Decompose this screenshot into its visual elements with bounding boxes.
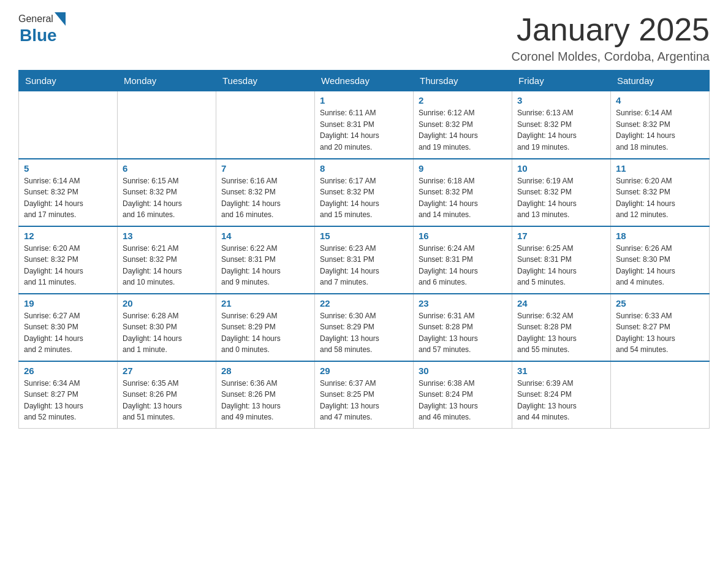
calendar-week-row: 5Sunrise: 6:14 AM Sunset: 8:32 PM Daylig… xyxy=(19,159,710,226)
day-info: Sunrise: 6:23 AM Sunset: 8:31 PM Dayligh… xyxy=(320,243,408,288)
day-number: 5 xyxy=(24,163,112,174)
day-number: 22 xyxy=(320,298,408,308)
day-info: Sunrise: 6:25 AM Sunset: 8:31 PM Dayligh… xyxy=(517,243,605,288)
weekday-header-wednesday: Wednesday xyxy=(315,71,414,91)
calendar-cell: 13Sunrise: 6:21 AM Sunset: 8:32 PM Dayli… xyxy=(118,226,216,294)
day-number: 7 xyxy=(221,163,309,174)
day-number: 18 xyxy=(616,231,704,241)
day-info: Sunrise: 6:39 AM Sunset: 8:24 PM Dayligh… xyxy=(517,378,605,423)
day-info: Sunrise: 6:16 AM Sunset: 8:32 PM Dayligh… xyxy=(221,175,309,221)
day-number: 19 xyxy=(24,298,112,308)
day-number: 17 xyxy=(517,231,605,241)
day-number: 13 xyxy=(123,231,211,241)
calendar-cell: 7Sunrise: 6:16 AM Sunset: 8:32 PM Daylig… xyxy=(216,159,315,226)
day-number: 8 xyxy=(320,163,408,174)
calendar-cell xyxy=(611,361,710,429)
day-number: 30 xyxy=(419,366,507,376)
calendar-cell: 22Sunrise: 6:30 AM Sunset: 8:29 PM Dayli… xyxy=(315,294,414,361)
calendar-cell: 30Sunrise: 6:38 AM Sunset: 8:24 PM Dayli… xyxy=(414,361,512,429)
page-header: General Blue January 2025 Coronel Moldes… xyxy=(18,12,710,64)
day-number: 3 xyxy=(517,95,605,105)
day-number: 21 xyxy=(221,298,309,308)
day-info: Sunrise: 6:36 AM Sunset: 8:26 PM Dayligh… xyxy=(221,378,309,423)
logo: General Blue xyxy=(18,12,66,45)
day-info: Sunrise: 6:28 AM Sunset: 8:30 PM Dayligh… xyxy=(123,310,211,356)
calendar-cell: 18Sunrise: 6:26 AM Sunset: 8:30 PM Dayli… xyxy=(611,226,710,294)
calendar-cell xyxy=(216,91,315,159)
day-number: 31 xyxy=(517,366,605,376)
svg-marker-0 xyxy=(55,12,66,26)
weekday-header-row: SundayMondayTuesdayWednesdayThursdayFrid… xyxy=(19,71,710,91)
day-info: Sunrise: 6:14 AM Sunset: 8:32 PM Dayligh… xyxy=(616,107,704,153)
day-number: 28 xyxy=(221,366,309,376)
month-title: January 2025 xyxy=(511,12,710,47)
day-number: 20 xyxy=(123,298,211,308)
day-number: 12 xyxy=(24,231,112,241)
day-info: Sunrise: 6:37 AM Sunset: 8:25 PM Dayligh… xyxy=(320,378,408,423)
weekday-header-monday: Monday xyxy=(118,71,216,91)
calendar-cell: 27Sunrise: 6:35 AM Sunset: 8:26 PM Dayli… xyxy=(118,361,216,429)
calendar-table: SundayMondayTuesdayWednesdayThursdayFrid… xyxy=(18,70,710,429)
calendar-cell: 28Sunrise: 6:36 AM Sunset: 8:26 PM Dayli… xyxy=(216,361,315,429)
day-info: Sunrise: 6:24 AM Sunset: 8:31 PM Dayligh… xyxy=(419,243,507,288)
calendar-week-row: 26Sunrise: 6:34 AM Sunset: 8:27 PM Dayli… xyxy=(19,361,710,429)
calendar-cell: 21Sunrise: 6:29 AM Sunset: 8:29 PM Dayli… xyxy=(216,294,315,361)
calendar-cell xyxy=(19,91,118,159)
day-info: Sunrise: 6:14 AM Sunset: 8:32 PM Dayligh… xyxy=(24,175,112,221)
calendar-cell: 29Sunrise: 6:37 AM Sunset: 8:25 PM Dayli… xyxy=(315,361,414,429)
calendar-cell: 11Sunrise: 6:20 AM Sunset: 8:32 PM Dayli… xyxy=(611,159,710,226)
day-info: Sunrise: 6:32 AM Sunset: 8:28 PM Dayligh… xyxy=(517,310,605,356)
day-number: 23 xyxy=(419,298,507,308)
day-info: Sunrise: 6:26 AM Sunset: 8:30 PM Dayligh… xyxy=(616,243,704,288)
calendar-cell: 14Sunrise: 6:22 AM Sunset: 8:31 PM Dayli… xyxy=(216,226,315,294)
weekday-header-sunday: Sunday xyxy=(19,71,118,91)
calendar-cell: 10Sunrise: 6:19 AM Sunset: 8:32 PM Dayli… xyxy=(512,159,611,226)
day-info: Sunrise: 6:22 AM Sunset: 8:31 PM Dayligh… xyxy=(221,243,309,288)
calendar-cell: 16Sunrise: 6:24 AM Sunset: 8:31 PM Dayli… xyxy=(414,226,512,294)
calendar-week-row: 1Sunrise: 6:11 AM Sunset: 8:31 PM Daylig… xyxy=(19,91,710,159)
day-info: Sunrise: 6:21 AM Sunset: 8:32 PM Dayligh… xyxy=(123,243,211,288)
day-info: Sunrise: 6:34 AM Sunset: 8:27 PM Dayligh… xyxy=(24,378,112,423)
calendar-cell: 8Sunrise: 6:17 AM Sunset: 8:32 PM Daylig… xyxy=(315,159,414,226)
calendar-cell: 12Sunrise: 6:20 AM Sunset: 8:32 PM Dayli… xyxy=(19,226,118,294)
day-info: Sunrise: 6:18 AM Sunset: 8:32 PM Dayligh… xyxy=(419,175,507,221)
weekday-header-thursday: Thursday xyxy=(414,71,512,91)
day-info: Sunrise: 6:35 AM Sunset: 8:26 PM Dayligh… xyxy=(123,378,211,423)
weekday-header-friday: Friday xyxy=(512,71,611,91)
calendar-cell: 19Sunrise: 6:27 AM Sunset: 8:30 PM Dayli… xyxy=(19,294,118,361)
day-info: Sunrise: 6:38 AM Sunset: 8:24 PM Dayligh… xyxy=(419,378,507,423)
day-info: Sunrise: 6:11 AM Sunset: 8:31 PM Dayligh… xyxy=(320,107,408,153)
logo-arrow-icon xyxy=(55,12,66,26)
day-info: Sunrise: 6:27 AM Sunset: 8:30 PM Dayligh… xyxy=(24,310,112,356)
weekday-header-tuesday: Tuesday xyxy=(216,71,315,91)
calendar-cell xyxy=(118,91,216,159)
day-info: Sunrise: 6:30 AM Sunset: 8:29 PM Dayligh… xyxy=(320,310,408,356)
day-number: 11 xyxy=(616,163,704,174)
calendar-cell: 17Sunrise: 6:25 AM Sunset: 8:31 PM Dayli… xyxy=(512,226,611,294)
day-number: 26 xyxy=(24,366,112,376)
calendar-cell: 23Sunrise: 6:31 AM Sunset: 8:28 PM Dayli… xyxy=(414,294,512,361)
calendar-cell: 9Sunrise: 6:18 AM Sunset: 8:32 PM Daylig… xyxy=(414,159,512,226)
calendar-cell: 6Sunrise: 6:15 AM Sunset: 8:32 PM Daylig… xyxy=(118,159,216,226)
day-number: 25 xyxy=(616,298,704,308)
day-number: 16 xyxy=(419,231,507,241)
day-number: 27 xyxy=(123,366,211,376)
calendar-cell: 2Sunrise: 6:12 AM Sunset: 8:32 PM Daylig… xyxy=(414,91,512,159)
day-info: Sunrise: 6:20 AM Sunset: 8:32 PM Dayligh… xyxy=(616,175,704,221)
logo-general-text: General xyxy=(18,13,53,25)
calendar-cell: 1Sunrise: 6:11 AM Sunset: 8:31 PM Daylig… xyxy=(315,91,414,159)
day-number: 14 xyxy=(221,231,309,241)
day-number: 4 xyxy=(616,95,704,105)
day-number: 10 xyxy=(517,163,605,174)
calendar-week-row: 19Sunrise: 6:27 AM Sunset: 8:30 PM Dayli… xyxy=(19,294,710,361)
calendar-week-row: 12Sunrise: 6:20 AM Sunset: 8:32 PM Dayli… xyxy=(19,226,710,294)
weekday-header-saturday: Saturday xyxy=(611,71,710,91)
calendar-cell: 26Sunrise: 6:34 AM Sunset: 8:27 PM Dayli… xyxy=(19,361,118,429)
day-info: Sunrise: 6:15 AM Sunset: 8:32 PM Dayligh… xyxy=(123,175,211,221)
day-info: Sunrise: 6:33 AM Sunset: 8:27 PM Dayligh… xyxy=(616,310,704,356)
day-info: Sunrise: 6:20 AM Sunset: 8:32 PM Dayligh… xyxy=(24,243,112,288)
day-info: Sunrise: 6:13 AM Sunset: 8:32 PM Dayligh… xyxy=(517,107,605,153)
calendar-cell: 3Sunrise: 6:13 AM Sunset: 8:32 PM Daylig… xyxy=(512,91,611,159)
day-number: 15 xyxy=(320,231,408,241)
day-info: Sunrise: 6:31 AM Sunset: 8:28 PM Dayligh… xyxy=(419,310,507,356)
